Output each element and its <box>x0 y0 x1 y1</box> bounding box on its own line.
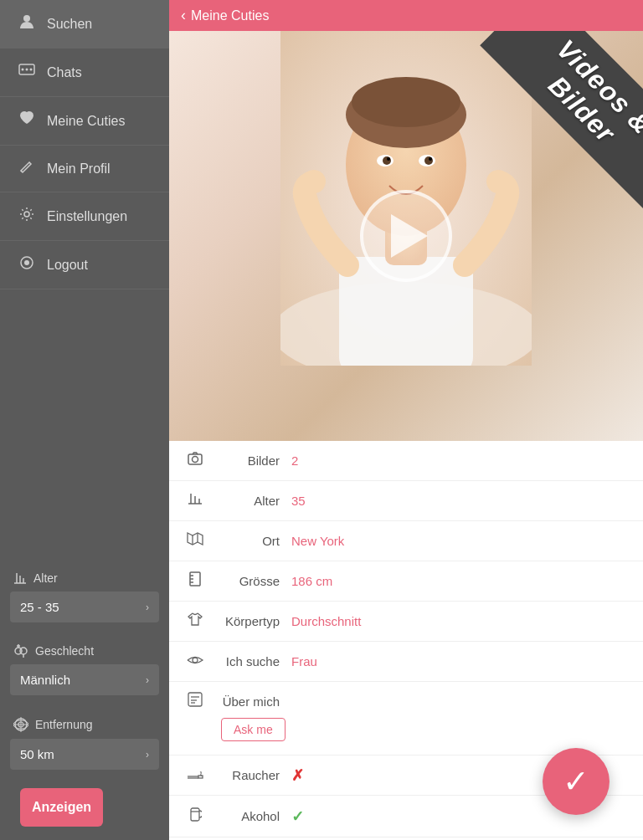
svg-point-3 <box>26 69 28 71</box>
ich-suche-value: Frau <box>291 654 317 668</box>
back-arrow-icon[interactable]: ‹ <box>181 7 186 24</box>
logout-label: Logout <box>47 258 88 273</box>
svg-point-2 <box>22 69 24 71</box>
raucher-value: ✗ <box>291 766 304 785</box>
einstellungen-label: Einstellungen <box>47 209 127 224</box>
entfernung-label: Entfernung <box>35 718 93 731</box>
entfernung-chevron-icon: › <box>146 749 149 761</box>
alter-label-row: Alter <box>208 494 291 508</box>
topbar: ‹ Meine Cuties <box>169 0 643 31</box>
filter-geschlecht-section: Geschlecht Männlich › <box>0 633 169 705</box>
person-icon <box>17 13 37 34</box>
table-row-ort: Ort New York <box>169 521 643 561</box>
table-row-ich-suche: Ich suche Frau <box>169 642 643 682</box>
sidebar-item-suchen[interactable]: Suchen <box>0 0 169 49</box>
akohol-value: ✓ <box>291 807 304 826</box>
svg-point-0 <box>23 15 30 22</box>
camera-icon <box>183 451 208 470</box>
suchen-label: Suchen <box>47 17 92 32</box>
pencil-icon <box>17 159 37 178</box>
sidebar-item-mein-profil[interactable]: Mein Profil <box>0 146 169 192</box>
svg-point-13 <box>20 648 27 654</box>
beer-icon <box>183 806 208 827</box>
ort-label: Ort <box>208 534 291 548</box>
shirt-icon <box>183 612 208 631</box>
heart-icon <box>17 110 37 131</box>
anzeigen-button[interactable]: Anzeigen <box>20 788 103 827</box>
svg-point-28 <box>352 77 460 127</box>
grosse-label: Grösse <box>208 574 291 588</box>
sidebar: Suchen Chats Meine Cuties <box>0 0 169 840</box>
alter-label: Alter <box>33 571 58 585</box>
play-triangle-icon <box>391 214 428 258</box>
map-icon <box>183 531 208 551</box>
sidebar-item-logout[interactable]: Logout <box>0 241 169 289</box>
table-row-uber-mich: Über mich Ask me <box>169 682 643 755</box>
geschlecht-chevron-icon: › <box>146 674 149 686</box>
uber-mich-label: Über mich <box>208 694 291 709</box>
table-row-alter: Alter 35 <box>169 481 643 521</box>
smoke-icon <box>183 767 208 784</box>
geschlecht-label: Geschlecht <box>35 644 94 658</box>
svg-point-4 <box>30 69 33 71</box>
table-row-korpertyp: Körpertyp Durchschnitt <box>169 602 643 642</box>
raucher-label: Raucher <box>208 768 291 782</box>
topbar-title: Meine Cuties <box>191 8 269 23</box>
sidebar-item-chats[interactable]: Chats <box>0 49 169 97</box>
sidebar-item-einstellungen[interactable]: Einstellungen <box>0 192 169 241</box>
alter-value: 25 - 35 <box>20 600 59 614</box>
chats-label: Chats <box>47 65 82 80</box>
svg-point-48 <box>193 658 198 663</box>
entfernung-filter-label: Entfernung <box>0 705 169 739</box>
svg-point-33 <box>387 157 390 161</box>
svg-rect-49 <box>188 693 202 706</box>
alter-filter-row: 25 - 35 › <box>0 592 169 633</box>
nav-list: Suchen Chats Meine Cuties <box>0 0 169 289</box>
ort-value: New York <box>291 534 344 548</box>
table-row-grosse: Grösse 186 cm <box>169 561 643 602</box>
svg-point-7 <box>24 260 29 265</box>
alter-value: 35 <box>291 494 306 508</box>
sidebar-item-meine-cuties[interactable]: Meine Cuties <box>0 97 169 146</box>
svg-rect-56 <box>191 808 199 821</box>
akohol-label: Akohol <box>208 809 291 823</box>
chat-icon <box>17 62 37 83</box>
eye-icon <box>183 653 208 670</box>
geschlecht-select[interactable]: Männlich › <box>10 664 159 695</box>
alter-filter-label: Alter <box>0 560 169 592</box>
play-button[interactable] <box>360 190 452 282</box>
svg-rect-55 <box>198 776 203 778</box>
age-icon <box>183 491 208 510</box>
entfernung-value: 50 km <box>20 747 54 761</box>
svg-point-36 <box>193 457 198 463</box>
anzeigen-row: Anzeigen <box>0 788 169 840</box>
ask-me-button[interactable]: Ask me <box>221 718 285 741</box>
confirm-button[interactable]: ✓ <box>543 748 610 815</box>
svg-point-34 <box>429 157 432 161</box>
gear-icon <box>17 206 37 227</box>
geschlecht-filter-row: Männlich › <box>0 664 169 705</box>
uber-mich-icon <box>183 692 208 711</box>
geschlecht-value: Männlich <box>20 673 70 687</box>
mein-profil-label: Mein Profil <box>47 161 111 177</box>
geschlecht-filter-label: Geschlecht <box>0 633 169 664</box>
entfernung-select[interactable]: 50 km › <box>10 739 159 770</box>
svg-marker-41 <box>188 533 203 545</box>
table-row-bilder: Bilder 2 <box>169 441 643 481</box>
logout-icon <box>17 254 37 275</box>
entfernung-filter-row: 50 km › <box>0 739 169 780</box>
svg-point-5 <box>24 212 29 217</box>
filter-entfernung-section: Entfernung 50 km › <box>0 705 169 780</box>
bilder-value: 2 <box>291 453 298 468</box>
svg-point-32 <box>424 156 433 165</box>
height-icon <box>183 571 208 591</box>
profile-image-container: Videos & Bilder <box>169 31 643 441</box>
meine-cuties-label: Meine Cuties <box>47 114 125 129</box>
alter-select[interactable]: 25 - 35 › <box>10 592 159 622</box>
bilder-label: Bilder <box>208 453 291 468</box>
ich-suche-label: Ich suche <box>208 654 291 668</box>
filter-alter-section: Alter 25 - 35 › <box>0 560 169 633</box>
korpertyp-label: Körpertyp <box>208 614 291 628</box>
alter-chevron-icon: › <box>146 602 149 613</box>
grosse-value: 186 cm <box>291 574 332 588</box>
